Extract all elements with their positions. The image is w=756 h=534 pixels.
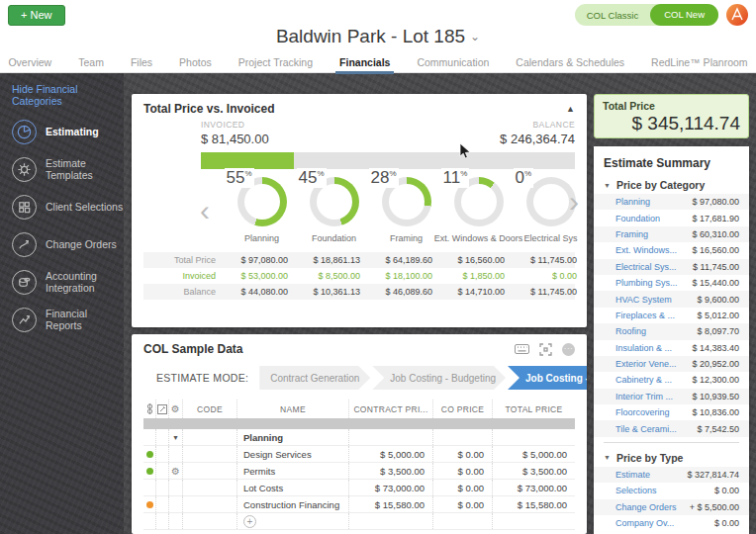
sidebar-item-client-selections[interactable]: Client Selections	[12, 194, 124, 220]
summary-category-row: Insulation & ...$ 14,383.40	[594, 340, 749, 356]
category-link[interactable]: Electrical Sys...	[615, 262, 677, 272]
dollar-column-icon[interactable]	[143, 400, 156, 418]
table-row-design-services[interactable]: Design Services $ 5,000.00 $ 0.00 $ 5,00…	[143, 446, 575, 463]
price-by-type-section-header[interactable]: ▼ Price by Type	[594, 452, 749, 464]
sidebar-item-change-orders[interactable]: Change Orders	[12, 231, 124, 257]
card-title: Total Price vs. Invoiced	[143, 102, 275, 116]
more-options-icon[interactable]: ···	[562, 343, 575, 356]
tab-overview[interactable]: Overview	[8, 51, 51, 73]
add-line-item-icon[interactable]: +	[243, 515, 256, 528]
table-divider-band	[143, 418, 575, 429]
project-title: Baldwin Park - Lot 185⌄	[0, 26, 756, 47]
category-donut-carousel: ‹ 55% Planning 45% Foundation 28% Framin…	[143, 177, 575, 243]
row-settings-icon[interactable]: ⚙	[171, 466, 180, 477]
collapse-card-icon[interactable]: ▲	[566, 104, 575, 114]
mode-step-contract-generation[interactable]: Contract Generation	[259, 366, 370, 390]
keyboard-icon[interactable]	[515, 344, 529, 354]
status-dot-green	[146, 451, 153, 458]
category-donut-foundation: 45% Foundation	[298, 177, 370, 243]
carousel-next-icon[interactable]: ›	[569, 177, 579, 226]
col-version-toggle[interactable]: COL Classic COL New	[575, 4, 718, 26]
toggle-col-classic[interactable]: COL Classic	[575, 10, 650, 21]
summary-category-row: Foundation$ 17,681.90	[594, 210, 749, 225]
project-dropdown-icon[interactable]: ⌄	[470, 30, 480, 44]
tab-calendars-schedules[interactable]: Calendars & Schedules	[516, 51, 624, 73]
estimate-mode-label: ESTIMATE MODE:	[143, 372, 248, 384]
category-link[interactable]: Foundation	[615, 214, 660, 223]
table-row-construction-financing[interactable]: Construction Financing $ 15,580.00 $ 0.0…	[143, 496, 575, 513]
category-link[interactable]: Tile & Cerami...	[615, 424, 677, 434]
app-logo-icon[interactable]	[726, 4, 748, 26]
edit-column-icon[interactable]	[156, 400, 169, 418]
panel-title: Estimate Summary	[594, 156, 749, 170]
category-link[interactable]: Interior Trim ...	[615, 392, 673, 401]
add-line-item-row: +	[143, 513, 575, 530]
summary-category-row: Interior Trim ...$ 10,939.50	[594, 389, 749, 404]
tab-files[interactable]: Files	[131, 51, 152, 73]
category-link[interactable]: Exterior Vene...	[615, 359, 677, 369]
sidebar-item-financial-reports[interactable]: Financial Reports	[12, 307, 124, 332]
hide-financial-categories-link[interactable]: Hide Financial Categories	[12, 83, 124, 107]
table-row-balance: Balance $ 44,080.00 $ 10,361.13 $ 46,089…	[143, 284, 575, 300]
coins-icon	[12, 270, 37, 295]
sidebar-item-estimating[interactable]: Estimating	[12, 119, 124, 144]
tab-team[interactable]: Team	[78, 51, 104, 73]
price-by-category-section-header[interactable]: ▼ Price by Category	[594, 179, 749, 191]
category-link[interactable]: Plumbing Sys...	[615, 278, 678, 288]
group-collapse-icon[interactable]: ▼	[169, 429, 183, 445]
type-link[interactable]: Estimate	[615, 470, 650, 480]
type-link[interactable]: Company Ov...	[615, 518, 674, 528]
column-header-co-price[interactable]: CO PRICE	[433, 400, 493, 418]
section-collapse-icon[interactable]: ▼	[604, 182, 611, 189]
category-link[interactable]: Ext. Windows...	[615, 245, 677, 255]
sidebar-item-estimate-templates[interactable]: Estimate Templates	[12, 156, 124, 182]
category-link[interactable]: Roofing	[615, 326, 646, 336]
category-link[interactable]: Floorcovering	[615, 407, 670, 417]
category-donut-planning: 55% Planning	[226, 177, 298, 243]
card-title: COL Sample Data	[143, 342, 242, 356]
mode-step-job-costing-invoicing[interactable]: Job Costing - Invoicing	[508, 366, 587, 390]
divider	[604, 442, 739, 443]
tab-financials[interactable]: Financials	[339, 51, 390, 73]
type-link[interactable]: Selections	[615, 486, 657, 495]
expand-icon[interactable]	[539, 343, 552, 356]
balance-label: BALANCE	[533, 120, 575, 130]
settings-column-icon[interactable]: ⚙	[169, 400, 183, 418]
tab-project-tracking[interactable]: Project Tracking	[238, 51, 313, 73]
table-row-lot-costs[interactable]: Lot Costs $ 73,000.00 $ 0.00 $ 73,000.00	[143, 480, 575, 496]
category-link[interactable]: Cabinetry & ...	[615, 375, 672, 385]
donut-chart: 11%	[454, 177, 504, 226]
category-link[interactable]: Planning	[615, 197, 650, 207]
invoiced-progress-fill	[201, 152, 294, 169]
summary-category-row: Floorcovering$ 10,836.00	[594, 404, 749, 420]
new-button[interactable]: + New	[8, 5, 65, 26]
donut-chart: 45%	[310, 177, 359, 226]
table-row-total-price: Total Price $ 97,080.00 $ 18,861.13 $ 64…	[143, 252, 575, 268]
carousel-prev-icon[interactable]: ‹	[200, 186, 210, 235]
main-content: Total Price vs. Invoiced ▲ INVOICED $ 81…	[124, 73, 756, 534]
selections-icon	[12, 195, 37, 220]
column-header-code[interactable]: CODE	[183, 400, 237, 418]
table-row-permits[interactable]: ⚙ Permits $ 3,500.00 $ 0.00 $ 3,500.00	[143, 463, 575, 480]
tab-redline-planroom[interactable]: RedLine™ Planroom	[651, 51, 747, 73]
sidebar-item-accounting-integration[interactable]: Accounting Integration	[12, 269, 124, 295]
category-link[interactable]: Framing	[615, 229, 648, 239]
tab-communication[interactable]: Communication	[417, 51, 489, 73]
group-row-planning[interactable]: ▼ Planning	[143, 429, 575, 446]
summary-category-row: Planning$ 97,080.00	[594, 194, 749, 210]
mode-step-job-costing-budgeting[interactable]: Job Costing - Budgeting	[372, 366, 506, 390]
column-header-total-price[interactable]: TOTAL PRICE	[493, 400, 575, 418]
invoiced-value: $ 81,450.00	[201, 132, 269, 146]
tab-photos[interactable]: Photos	[179, 51, 212, 73]
category-link[interactable]: HVAC System	[615, 295, 672, 305]
type-link[interactable]: Change Orders	[615, 502, 677, 512]
pie-chart-icon	[12, 120, 37, 144]
invoiced-label: INVOICED	[201, 120, 269, 130]
column-header-contract-price[interactable]: CONTRACT PRI...	[349, 400, 433, 418]
category-link[interactable]: Fireplaces & ...	[615, 311, 675, 320]
donut-chart: 28%	[382, 177, 431, 226]
category-link[interactable]: Insulation & ...	[615, 343, 672, 353]
column-header-name[interactable]: NAME	[237, 400, 349, 418]
toggle-col-new[interactable]: COL New	[650, 4, 718, 26]
section-collapse-icon[interactable]: ▼	[604, 454, 611, 461]
